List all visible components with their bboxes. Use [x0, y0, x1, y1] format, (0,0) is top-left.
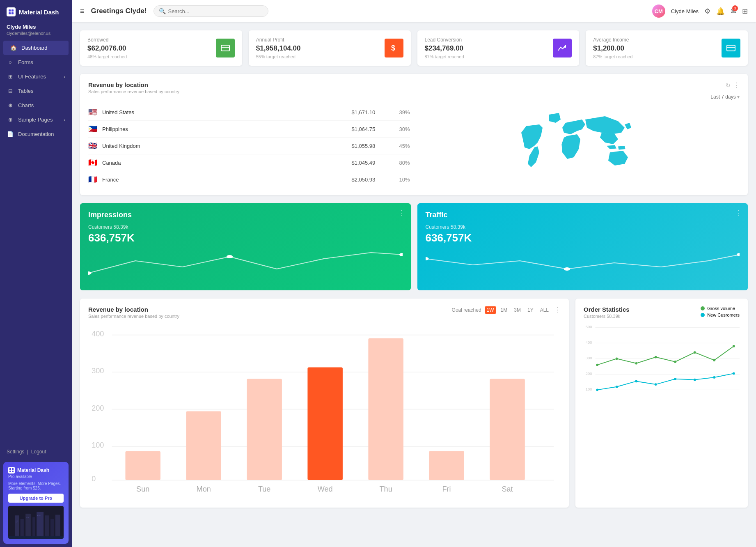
- period-1w[interactable]: 1W: [485, 306, 496, 314]
- svg-text:Fri: Fri: [442, 485, 451, 493]
- impressions-menu-icon[interactable]: ⋮: [399, 209, 405, 217]
- search-input[interactable]: [168, 8, 263, 14]
- sidebar-item-forms[interactable]: ○ Forms: [0, 55, 72, 69]
- svg-point-78: [616, 386, 618, 388]
- stat-lead-label: Lead Conversion: [425, 37, 553, 43]
- period-controls: 1W 1M 3M 1Y ALL: [485, 306, 551, 314]
- stat-profit-value: $1,958,104.00: [256, 44, 385, 53]
- logout-link[interactable]: Logout: [31, 449, 46, 455]
- stat-income-value: $1,200.00: [593, 44, 722, 53]
- doc-icon: 📄: [7, 131, 14, 137]
- period-all[interactable]: ALL: [538, 306, 551, 314]
- svg-point-84: [733, 372, 735, 375]
- traffic-value: 636,757K: [426, 232, 740, 244]
- country-row-fr: 🇫🇷 France $2,050.93 10%: [88, 171, 410, 188]
- search-box: 🔍: [153, 5, 268, 17]
- legend-gross: Gross volume: [701, 306, 740, 311]
- stat-card-income: Average Income $1,200.00 87% target reac…: [586, 30, 748, 66]
- profit-icon: $: [385, 39, 403, 57]
- search-icon: 🔍: [159, 8, 166, 14]
- svg-point-34: [736, 253, 740, 256]
- svg-point-77: [596, 389, 598, 391]
- ph-flag: 🇵🇭: [88, 124, 97, 133]
- uk-flag: 🇬🇧: [88, 141, 97, 150]
- svg-rect-10: [21, 519, 24, 536]
- chevron-right-icon: ›: [64, 117, 65, 122]
- new-customers-dot: [701, 313, 705, 317]
- upgrade-button[interactable]: Upgrade to Pro: [8, 494, 64, 503]
- apps-icon[interactable]: ⊞: [742, 7, 748, 16]
- svg-rect-45: [125, 451, 160, 480]
- ph-amount: $1,064.75: [352, 126, 389, 132]
- sidebar-item-ui-features[interactable]: ⊞ UI Features ›: [0, 69, 72, 84]
- svg-rect-2: [9, 12, 11, 14]
- us-name: United States: [102, 109, 347, 115]
- gross-dot: [701, 306, 705, 310]
- period-1m[interactable]: 1M: [499, 306, 510, 314]
- fr-name: France: [102, 177, 347, 183]
- promo-box: Material Dash Pro available More element…: [3, 462, 69, 544]
- sidebar-item-charts[interactable]: ⊕ Charts: [0, 98, 72, 113]
- sidebar-user: Clyde Miles clydemiles@elenor.us: [0, 21, 72, 41]
- bottom-row: Revenue by location Sales performance re…: [80, 299, 748, 516]
- svg-text:100: 100: [92, 441, 104, 449]
- sidebar-logo: Material Dash: [0, 0, 72, 21]
- uk-name: United Kingdom: [102, 143, 347, 149]
- sidebar: Material Dash Clyde Miles clydemiles@ele…: [0, 0, 72, 547]
- us-amount: $1,671.10: [352, 109, 389, 115]
- more-icon[interactable]: ⋮: [733, 81, 740, 89]
- refresh-icon[interactable]: ↻: [726, 82, 731, 89]
- world-map: [418, 104, 740, 188]
- period-1y[interactable]: 1Y: [525, 306, 536, 314]
- order-stats-title: Order Statistics: [584, 306, 630, 313]
- svg-rect-27: [727, 45, 735, 51]
- period-selector[interactable]: Last 7 days: [710, 94, 735, 100]
- sidebar-item-label: Charts: [18, 102, 34, 108]
- svg-rect-18: [17, 521, 18, 522]
- ca-amount: $1,045.49: [352, 160, 389, 166]
- sidebar-item-sample-pages[interactable]: ⊕ Sample Pages ›: [0, 113, 72, 127]
- page-greeting: Greetings Clyde!: [91, 7, 147, 15]
- pages-icon: ⊕: [7, 117, 14, 123]
- sidebar-item-dashboard[interactable]: 🏠 Dashboard: [3, 41, 69, 55]
- sidebar-footer: Settings | Logout: [0, 445, 72, 459]
- svg-point-74: [694, 351, 696, 354]
- menu-toggle[interactable]: ≡: [80, 7, 85, 16]
- svg-rect-21: [28, 517, 29, 518]
- home-icon: 🏠: [10, 45, 17, 51]
- traffic-menu-icon[interactable]: ⋮: [735, 209, 742, 217]
- bar-chart-card: Revenue by location Sales performance re…: [80, 299, 569, 508]
- sidebar-item-label: UI Features: [18, 74, 46, 80]
- mail-icon[interactable]: ✉ 3: [731, 7, 736, 16]
- svg-rect-0: [9, 9, 11, 11]
- country-row-ca: 🇨🇦 Canada $1,045.49 80%: [88, 154, 410, 171]
- svg-point-82: [694, 379, 696, 381]
- revenue-table: 🇺🇸 United States $1,671.10 39% 🇵🇭 Philip…: [88, 104, 410, 188]
- settings-icon[interactable]: ⚙: [704, 7, 710, 16]
- stat-profit-label: Annual Profit: [256, 37, 385, 43]
- impressions-value: 636,757K: [88, 232, 403, 244]
- svg-rect-1: [11, 9, 14, 11]
- revenue-subtitle: Sales performance revenue based by count…: [88, 89, 179, 94]
- promo-title: Material Dash: [8, 467, 64, 473]
- settings-link[interactable]: Settings: [7, 449, 24, 455]
- legend-new: New Cusromers: [701, 313, 740, 317]
- sidebar-item-tables[interactable]: ⊟ Tables: [0, 84, 72, 98]
- ca-name: Canada: [102, 160, 347, 166]
- svg-text:100: 100: [586, 387, 592, 391]
- stat-cards: Borrowed $62,0076.00 48% target reached …: [80, 30, 748, 66]
- impressions-title: Impressions: [88, 211, 403, 219]
- svg-rect-15: [50, 519, 54, 536]
- sidebar-item-documentation[interactable]: 📄 Documentation: [0, 127, 72, 141]
- traffic-card: ⋮ Traffic Customers 58.39k 636,757K: [417, 203, 748, 290]
- bar-chart-more-icon[interactable]: ⋮: [554, 306, 561, 314]
- svg-rect-17: [16, 521, 17, 522]
- ca-flag: 🇨🇦: [88, 158, 97, 167]
- notifications-icon[interactable]: 🔔: [716, 7, 725, 16]
- svg-point-31: [399, 253, 403, 256]
- period-3m[interactable]: 3M: [512, 306, 523, 314]
- svg-point-69: [596, 364, 598, 366]
- borrowed-icon: [216, 39, 235, 57]
- forms-icon: ○: [7, 59, 14, 65]
- svg-text:Tue: Tue: [258, 485, 270, 493]
